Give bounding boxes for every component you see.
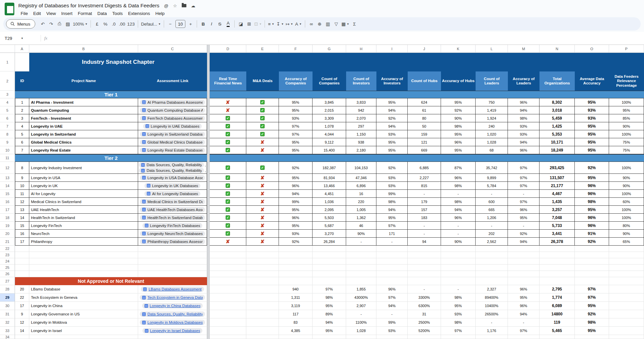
cell[interactable] <box>575 265 609 271</box>
name-box[interactable]: T29 ▼ <box>0 36 37 41</box>
cell[interactable] <box>29 258 138 265</box>
id-cell[interactable]: 12 <box>15 198 29 206</box>
cell[interactable]: 6300% <box>408 302 441 310</box>
cell[interactable]: 97% <box>508 174 539 182</box>
cell[interactable]: 100% <box>609 206 644 214</box>
cell[interactable]: 100% <box>609 214 644 222</box>
project-name-cell[interactable]: Longevity in Switzerland <box>29 130 138 138</box>
id-cell[interactable]: 20 <box>15 285 29 293</box>
cell[interactable]: 97% <box>376 293 408 302</box>
header-metric[interactable]: Count of Leaders <box>476 71 508 91</box>
cell[interactable] <box>29 246 138 252</box>
row-header[interactable]: 11 <box>0 154 15 162</box>
assessment-link-cell[interactable]: Longevity in USA Database Assessment <box>138 174 207 182</box>
cell[interactable]: 95% <box>575 327 609 335</box>
cell[interactable]: 96% <box>376 285 408 293</box>
cloud-status-icon[interactable]: ☁ <box>191 4 195 8</box>
cell[interactable] <box>508 265 539 271</box>
cell[interactable] <box>138 335 207 339</box>
cell[interactable]: 92% <box>508 230 539 238</box>
cell[interactable]: 3,257 <box>539 206 575 214</box>
assessment-link-chip[interactable]: Data Sources, Quality, Reliability Over.… <box>139 162 204 168</box>
cell[interactable] <box>210 252 246 258</box>
cell[interactable]: 90% <box>441 114 476 122</box>
cell[interactable]: 94% <box>376 106 408 114</box>
cell[interactable]: ✓ <box>246 130 279 138</box>
cell[interactable]: 95% <box>441 98 476 106</box>
text-color-button[interactable]: A <box>224 20 232 28</box>
cell[interactable]: 5,733 <box>539 222 575 230</box>
column-header-P[interactable]: P <box>609 45 644 53</box>
cell[interactable]: 97% <box>575 285 609 293</box>
checkbox-checked-icon[interactable]: ✓ <box>226 199 230 204</box>
assessment-link-chip[interactable]: Longevity in Moldova Databases <box>140 320 205 325</box>
cell[interactable]: 93% <box>441 310 476 318</box>
cell[interactable]: 5,459 <box>539 114 575 122</box>
row-header[interactable]: 3 <box>0 91 15 98</box>
assessment-link-chip[interactable]: AI Pharma Databases Assessment <box>140 100 205 105</box>
cell[interactable]: 95% <box>575 174 609 182</box>
cell[interactable]: 121 <box>408 138 441 146</box>
cell[interactable]: 98% <box>441 122 476 130</box>
cell[interactable] <box>246 271 279 277</box>
cell[interactable] <box>539 252 575 258</box>
font-select[interactable]: Defaul...▼ <box>140 20 162 28</box>
column-header-H[interactable]: H <box>346 45 376 53</box>
cell[interactable]: 815 <box>408 182 441 190</box>
tier-banner-extension[interactable] <box>210 154 644 162</box>
cell[interactable]: 2,795 <box>539 285 575 293</box>
id-cell[interactable]: 17 <box>15 302 29 310</box>
cell[interactable]: 96% <box>441 214 476 222</box>
assessment-link-chip[interactable]: LBams Databases Assessment <box>141 286 204 292</box>
document-title[interactable]: Registry of Databases for Investment Dig… <box>18 3 159 9</box>
cell[interactable]: 2,070 <box>346 114 376 122</box>
cell[interactable]: - <box>408 230 441 238</box>
cell[interactable] <box>138 265 207 271</box>
cell[interactable]: 665 <box>476 206 508 214</box>
cell[interactable] <box>138 252 207 258</box>
row-header[interactable]: 28 <box>0 285 15 293</box>
cell[interactable]: ✓ <box>210 138 246 146</box>
row-header[interactable]: 8 <box>0 130 15 138</box>
checkbox-checked-icon[interactable]: ✓ <box>226 175 230 180</box>
project-name-cell[interactable]: Longevity in Israel <box>29 327 138 335</box>
print-button[interactable]: ⎙ <box>55 20 64 28</box>
cell[interactable] <box>279 265 313 271</box>
cell[interactable]: 94 <box>408 238 441 246</box>
cell[interactable]: 202 <box>476 230 508 238</box>
cell[interactable]: 35,742 <box>476 162 508 174</box>
cell[interactable]: 96% <box>508 206 539 214</box>
assessment-link-chip[interactable]: UAE HealthTech Databases Assessment <box>140 207 205 212</box>
cell[interactable]: 83 <box>279 318 313 327</box>
cell[interactable] <box>210 327 246 335</box>
increase-decimal-button[interactable]: .00 <box>118 20 126 28</box>
cell[interactable]: ✘ <box>246 146 279 154</box>
menu-help[interactable]: Help <box>153 10 167 17</box>
cross-icon[interactable]: ✘ <box>260 231 265 236</box>
id-cell[interactable]: 8 <box>15 162 29 174</box>
cell[interactable]: 4,385 <box>279 327 313 335</box>
cell[interactable]: 669 <box>408 146 441 154</box>
cell[interactable]: - <box>408 285 441 293</box>
cell[interactable] <box>313 252 346 258</box>
assessment-link-cell[interactable]: Longevity FinTech Databases <box>138 222 207 230</box>
cell[interactable]: - <box>408 190 441 198</box>
cell[interactable]: 5200% <box>408 327 441 335</box>
cell[interactable] <box>246 277 279 285</box>
id-cell[interactable]: 9 <box>15 310 29 318</box>
cell[interactable]: 85% <box>609 114 644 122</box>
cell[interactable]: 50 <box>408 122 441 130</box>
cell[interactable]: 97% <box>508 182 539 190</box>
cell[interactable]: - <box>408 222 441 230</box>
cell[interactable]: 95% <box>575 98 609 106</box>
cell[interactable] <box>346 246 376 252</box>
cell[interactable]: - <box>476 318 508 327</box>
menu-data[interactable]: Data <box>95 10 109 17</box>
cell[interactable]: 1,176 <box>476 327 508 335</box>
assessment-link-chip[interactable]: Longevity in USA Database Assessment <box>140 175 205 180</box>
cell[interactable] <box>313 271 346 277</box>
move-folder-icon[interactable] <box>182 4 186 7</box>
cell[interactable] <box>609 258 644 265</box>
column-header-N[interactable]: N <box>539 45 575 53</box>
banner-extension[interactable] <box>210 53 644 71</box>
